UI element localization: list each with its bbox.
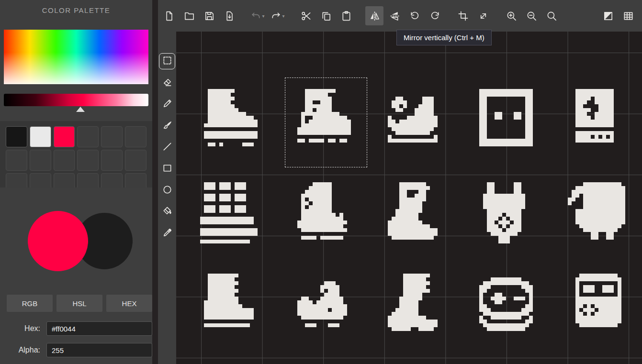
- save-icon: [204, 11, 215, 22]
- swatch-empty[interactable]: [54, 173, 75, 188]
- rectangle-icon: [162, 163, 173, 176]
- swatch-empty[interactable]: [101, 126, 123, 147]
- export-button[interactable]: [220, 6, 238, 25]
- tool-rectangle[interactable]: [159, 161, 175, 177]
- zoom-in-button[interactable]: [502, 6, 520, 25]
- current-colors: [0, 211, 152, 274]
- eyedropper-icon: [162, 227, 173, 240]
- undo-icon: [250, 11, 261, 22]
- hsl-button[interactable]: HSL: [56, 295, 102, 312]
- swatch-empty[interactable]: [101, 173, 123, 188]
- sprite-buckle-boot[interactable]: [384, 182, 445, 243]
- tool-fill[interactable]: [159, 204, 175, 220]
- sprite-socket[interactable]: [475, 89, 537, 150]
- tool-select[interactable]: [159, 53, 175, 69]
- swatch-empty[interactable]: [6, 173, 27, 188]
- swatch-empty[interactable]: [77, 150, 99, 171]
- mirror-vertical-icon: [369, 11, 380, 22]
- fill-icon: [162, 206, 173, 219]
- undo-history-caret-icon[interactable]: ▾: [262, 13, 264, 19]
- toolbar: ▾▾: [158, 0, 642, 32]
- zoom-button[interactable]: [542, 6, 561, 25]
- primary-color-circle[interactable]: [28, 211, 88, 271]
- swatch-empty[interactable]: [30, 150, 51, 171]
- resize-button[interactable]: [474, 6, 492, 25]
- sprite-charger[interactable]: [568, 89, 629, 150]
- swatch[interactable]: [54, 126, 75, 147]
- tool-pencil[interactable]: [159, 96, 175, 112]
- swatch-empty[interactable]: [125, 150, 146, 171]
- sprite-sneaker[interactable]: [293, 274, 355, 335]
- tool-brush[interactable]: [159, 118, 175, 134]
- cut-icon: [301, 11, 312, 22]
- swatch[interactable]: [30, 126, 51, 147]
- tool-line[interactable]: [159, 139, 175, 155]
- sprite-coin-cell[interactable]: [475, 274, 537, 335]
- export-icon: [224, 11, 235, 22]
- invert-button[interactable]: [599, 6, 617, 25]
- rgb-button[interactable]: RGB: [7, 295, 53, 312]
- drawing-canvas[interactable]: [176, 32, 642, 364]
- hex-button[interactable]: HEX: [106, 295, 152, 312]
- copy-button[interactable]: [317, 6, 335, 25]
- mirror-vertical-button[interactable]: [365, 6, 383, 25]
- paste-button[interactable]: [337, 6, 355, 25]
- sprite-sleigh-shoe[interactable]: [384, 89, 445, 150]
- toolbar-group: [598, 6, 638, 25]
- select-icon: [162, 55, 173, 68]
- swatch-empty[interactable]: [6, 150, 27, 171]
- swatch-empty[interactable]: [30, 173, 51, 188]
- sprite-hiking-boot[interactable]: [293, 182, 355, 243]
- sprite-tall-boot[interactable]: [200, 274, 261, 335]
- shade-slider[interactable]: [4, 94, 148, 106]
- mirror-horizontal-button[interactable]: [385, 6, 404, 25]
- pixel-art-editor: COLOR PALETTE RGB HSL HEX Hex: Alpha: ▾▾…: [0, 0, 642, 364]
- open-folder-button[interactable]: [180, 6, 198, 25]
- sprite-boot-2[interactable]: [293, 89, 355, 150]
- shade-slider-marker-icon[interactable]: [76, 107, 85, 112]
- tool-eyedropper[interactable]: [159, 225, 175, 242]
- swatch-empty[interactable]: [54, 150, 75, 171]
- grid-button[interactable]: [619, 6, 637, 25]
- swatch-empty[interactable]: [77, 126, 99, 147]
- redo-button[interactable]: ▾: [269, 6, 287, 25]
- zoom-in-icon: [506, 11, 517, 22]
- swatch-empty[interactable]: [125, 126, 146, 147]
- swatch[interactable]: [6, 126, 27, 147]
- color-palette-panel: COLOR PALETTE RGB HSL HEX Hex: Alpha:: [0, 0, 152, 364]
- toolbar-group: [453, 6, 493, 25]
- rotate-cw-button[interactable]: [426, 6, 444, 25]
- color-gradient-picker[interactable]: [4, 30, 148, 84]
- paste-icon: [341, 11, 352, 22]
- line-icon: [162, 141, 173, 154]
- hex-input[interactable]: [46, 321, 152, 336]
- sprite-bricks[interactable]: [200, 182, 261, 243]
- rotate-ccw-icon: [409, 11, 420, 22]
- sprite-tank[interactable]: [568, 182, 629, 243]
- cut-button[interactable]: [297, 6, 315, 25]
- sprite-plug[interactable]: [475, 182, 537, 243]
- hex-field-row: Hex:: [0, 321, 152, 336]
- tool-circle[interactable]: [159, 182, 175, 199]
- pencil-icon: [162, 98, 173, 111]
- alpha-label: Alpha:: [0, 346, 46, 354]
- alpha-input[interactable]: [46, 343, 152, 357]
- sprite-skate-boot[interactable]: [200, 89, 261, 150]
- save-button[interactable]: [200, 6, 218, 25]
- eraser-icon: [162, 77, 173, 89]
- tool-eraser[interactable]: [159, 75, 175, 91]
- swatch-empty[interactable]: [101, 150, 123, 171]
- redo-history-caret-icon[interactable]: ▾: [282, 13, 284, 19]
- new-file-button[interactable]: [160, 6, 178, 25]
- toolbar-group: [501, 6, 562, 25]
- sprite-heel-boot[interactable]: [384, 274, 445, 335]
- zoom-out-button[interactable]: [522, 6, 541, 25]
- rotate-ccw-button[interactable]: [405, 6, 424, 25]
- sprite-battery-pack[interactable]: [568, 274, 629, 335]
- swatch-empty[interactable]: [77, 173, 99, 188]
- undo-button[interactable]: ▾: [248, 6, 267, 25]
- circle-icon: [162, 184, 173, 197]
- crop-button[interactable]: [454, 6, 472, 25]
- swatch-empty[interactable]: [125, 173, 146, 188]
- toolbar-group: [296, 6, 356, 25]
